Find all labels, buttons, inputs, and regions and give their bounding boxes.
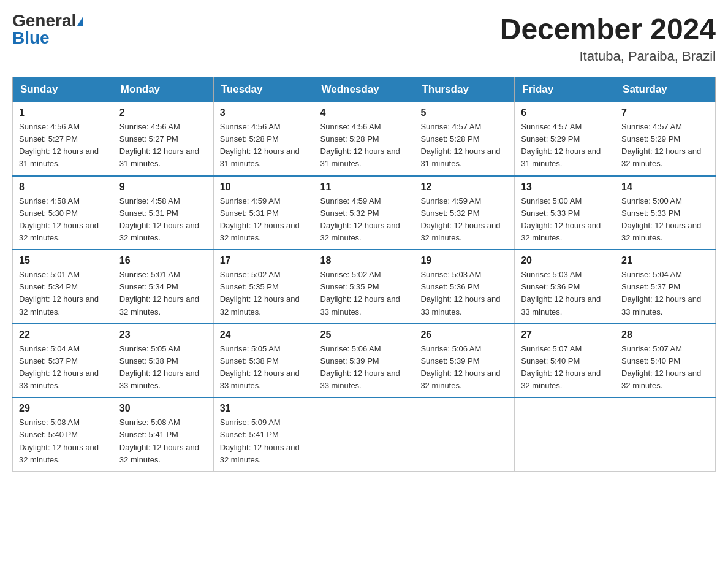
page-header: General Blue December 2024 Itatuba, Para… (12, 12, 716, 64)
calendar-week-row: 29Sunrise: 5:08 AMSunset: 5:40 PMDayligh… (13, 397, 716, 471)
title-area: December 2024 Itatuba, Paraiba, Brazil (500, 12, 716, 64)
logo: General Blue (12, 12, 83, 47)
calendar-cell: 31Sunrise: 5:09 AMSunset: 5:41 PMDayligh… (213, 397, 314, 471)
calendar-cell: 14Sunrise: 5:00 AMSunset: 5:33 PMDayligh… (615, 176, 716, 250)
day-info: Sunrise: 4:59 AMSunset: 5:32 PMDaylight:… (420, 195, 508, 245)
calendar-week-row: 8Sunrise: 4:58 AMSunset: 5:30 PMDaylight… (13, 176, 716, 250)
calendar-cell: 18Sunrise: 5:02 AMSunset: 5:35 PMDayligh… (314, 250, 414, 324)
day-number: 11 (320, 182, 408, 193)
day-info: Sunrise: 5:00 AMSunset: 5:33 PMDaylight:… (621, 195, 709, 245)
calendar-cell: 30Sunrise: 5:08 AMSunset: 5:41 PMDayligh… (113, 397, 213, 471)
day-number: 7 (621, 107, 709, 118)
day-number: 2 (119, 107, 207, 118)
month-year-title: December 2024 (500, 12, 716, 46)
day-info: Sunrise: 5:06 AMSunset: 5:39 PMDaylight:… (420, 343, 508, 393)
day-info: Sunrise: 5:01 AMSunset: 5:34 PMDaylight:… (119, 269, 207, 318)
header-thursday: Thursday (414, 77, 515, 102)
calendar-cell: 6Sunrise: 4:57 AMSunset: 5:29 PMDaylight… (515, 102, 615, 176)
day-info: Sunrise: 5:08 AMSunset: 5:40 PMDaylight:… (19, 416, 107, 466)
calendar-cell (615, 397, 716, 471)
logo-blue-text: Blue (12, 29, 50, 47)
calendar-week-row: 15Sunrise: 5:01 AMSunset: 5:34 PMDayligh… (13, 250, 716, 324)
day-number: 21 (621, 255, 709, 266)
day-info: Sunrise: 5:04 AMSunset: 5:37 PMDaylight:… (621, 269, 709, 318)
calendar-cell: 7Sunrise: 4:57 AMSunset: 5:29 PMDaylight… (615, 102, 716, 176)
day-number: 16 (119, 255, 207, 266)
day-number: 14 (621, 182, 709, 193)
day-info: Sunrise: 5:08 AMSunset: 5:41 PMDaylight:… (119, 416, 207, 466)
calendar-cell: 10Sunrise: 4:59 AMSunset: 5:31 PMDayligh… (213, 176, 314, 250)
calendar-cell: 16Sunrise: 5:01 AMSunset: 5:34 PMDayligh… (113, 250, 213, 324)
day-info: Sunrise: 5:04 AMSunset: 5:37 PMDaylight:… (19, 343, 107, 393)
day-info: Sunrise: 4:56 AMSunset: 5:28 PMDaylight:… (220, 121, 308, 170)
calendar-cell: 23Sunrise: 5:05 AMSunset: 5:38 PMDayligh… (113, 324, 213, 398)
day-info: Sunrise: 5:09 AMSunset: 5:41 PMDaylight:… (220, 416, 308, 466)
day-number: 5 (420, 107, 508, 118)
header-tuesday: Tuesday (213, 77, 314, 102)
calendar-week-row: 22Sunrise: 5:04 AMSunset: 5:37 PMDayligh… (13, 324, 716, 398)
day-number: 10 (220, 182, 308, 193)
calendar-cell: 24Sunrise: 5:05 AMSunset: 5:38 PMDayligh… (213, 324, 314, 398)
logo-general-text: General (12, 12, 76, 29)
day-info: Sunrise: 4:56 AMSunset: 5:27 PMDaylight:… (19, 121, 107, 170)
header-saturday: Saturday (615, 77, 716, 102)
day-info: Sunrise: 4:57 AMSunset: 5:29 PMDaylight:… (521, 121, 609, 170)
calendar-cell: 4Sunrise: 4:56 AMSunset: 5:28 PMDaylight… (314, 102, 414, 176)
day-number: 20 (521, 255, 609, 266)
calendar-header-row: SundayMondayTuesdayWednesdayThursdayFrid… (13, 77, 716, 102)
calendar-cell: 25Sunrise: 5:06 AMSunset: 5:39 PMDayligh… (314, 324, 414, 398)
day-number: 28 (621, 329, 709, 340)
day-info: Sunrise: 5:05 AMSunset: 5:38 PMDaylight:… (119, 343, 207, 393)
day-info: Sunrise: 5:03 AMSunset: 5:36 PMDaylight:… (521, 269, 609, 318)
day-number: 19 (420, 255, 508, 266)
calendar-week-row: 1Sunrise: 4:56 AMSunset: 5:27 PMDaylight… (13, 102, 716, 176)
calendar-cell: 27Sunrise: 5:07 AMSunset: 5:40 PMDayligh… (515, 324, 615, 398)
day-info: Sunrise: 4:58 AMSunset: 5:31 PMDaylight:… (119, 195, 207, 245)
calendar-cell: 15Sunrise: 5:01 AMSunset: 5:34 PMDayligh… (13, 250, 113, 324)
calendar-cell: 1Sunrise: 4:56 AMSunset: 5:27 PMDaylight… (13, 102, 113, 176)
calendar-cell: 17Sunrise: 5:02 AMSunset: 5:35 PMDayligh… (213, 250, 314, 324)
day-info: Sunrise: 4:59 AMSunset: 5:32 PMDaylight:… (320, 195, 408, 245)
day-number: 30 (119, 403, 207, 414)
calendar-cell: 28Sunrise: 5:07 AMSunset: 5:40 PMDayligh… (615, 324, 716, 398)
day-info: Sunrise: 5:02 AMSunset: 5:35 PMDaylight:… (220, 269, 308, 318)
calendar-cell: 21Sunrise: 5:04 AMSunset: 5:37 PMDayligh… (615, 250, 716, 324)
day-number: 23 (119, 329, 207, 340)
day-number: 17 (220, 255, 308, 266)
day-info: Sunrise: 5:07 AMSunset: 5:40 PMDaylight:… (521, 343, 609, 393)
day-number: 12 (420, 182, 508, 193)
calendar-cell: 26Sunrise: 5:06 AMSunset: 5:39 PMDayligh… (414, 324, 515, 398)
day-number: 29 (19, 403, 107, 414)
header-friday: Friday (515, 77, 615, 102)
day-number: 1 (19, 107, 107, 118)
day-number: 24 (220, 329, 308, 340)
day-number: 27 (521, 329, 609, 340)
calendar-cell: 20Sunrise: 5:03 AMSunset: 5:36 PMDayligh… (515, 250, 615, 324)
day-number: 6 (521, 107, 609, 118)
header-sunday: Sunday (13, 77, 113, 102)
day-number: 4 (320, 107, 408, 118)
calendar-cell: 3Sunrise: 4:56 AMSunset: 5:28 PMDaylight… (213, 102, 314, 176)
calendar-cell: 12Sunrise: 4:59 AMSunset: 5:32 PMDayligh… (414, 176, 515, 250)
day-number: 15 (19, 255, 107, 266)
calendar-cell: 29Sunrise: 5:08 AMSunset: 5:40 PMDayligh… (13, 397, 113, 471)
day-info: Sunrise: 5:02 AMSunset: 5:35 PMDaylight:… (320, 269, 408, 318)
day-info: Sunrise: 5:01 AMSunset: 5:34 PMDaylight:… (19, 269, 107, 318)
day-number: 13 (521, 182, 609, 193)
logo-triangle-icon (77, 16, 83, 26)
day-info: Sunrise: 4:57 AMSunset: 5:28 PMDaylight:… (420, 121, 508, 170)
day-info: Sunrise: 5:00 AMSunset: 5:33 PMDaylight:… (521, 195, 609, 245)
calendar-cell (414, 397, 515, 471)
calendar-cell: 22Sunrise: 5:04 AMSunset: 5:37 PMDayligh… (13, 324, 113, 398)
calendar-cell (515, 397, 615, 471)
day-number: 3 (220, 107, 308, 118)
calendar-cell (314, 397, 414, 471)
calendar-cell: 5Sunrise: 4:57 AMSunset: 5:28 PMDaylight… (414, 102, 515, 176)
calendar-cell: 13Sunrise: 5:00 AMSunset: 5:33 PMDayligh… (515, 176, 615, 250)
day-number: 22 (19, 329, 107, 340)
day-info: Sunrise: 5:06 AMSunset: 5:39 PMDaylight:… (320, 343, 408, 393)
day-number: 18 (320, 255, 408, 266)
day-number: 31 (220, 403, 308, 414)
day-info: Sunrise: 4:57 AMSunset: 5:29 PMDaylight:… (621, 121, 709, 170)
calendar-cell: 11Sunrise: 4:59 AMSunset: 5:32 PMDayligh… (314, 176, 414, 250)
